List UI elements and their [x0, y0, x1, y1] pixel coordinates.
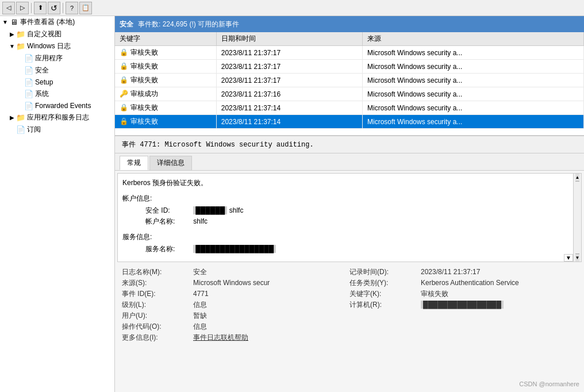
toolbar: ◁ ▷ ⬆ ↺ ? 📋 [0, 0, 584, 16]
sidebar: ▼ 🖥 事件查看器 (本地) ▶ 📁 自定义视图 ▼ 📁 Windows 日志 … [0, 16, 115, 392]
lock-icon: 🔒 [120, 76, 128, 84]
sidebar-label-event-viewer: 事件查看器 (本地) [20, 17, 75, 27]
field-value-account-name: shlfc [193, 217, 208, 225]
account-info-label: 帐户信息: [122, 194, 570, 203]
sidebar-item-app-service[interactable]: ▶ 📁 应用程序和服务日志 [0, 112, 114, 124]
doc-icon: 📄 [24, 66, 33, 75]
help-button[interactable]: ? [66, 2, 78, 14]
meta-label-user: 用户(U): [122, 311, 191, 321]
tab-general[interactable]: 常规 [120, 156, 148, 170]
meta-opcode: 操作代码(O): 信息 [122, 321, 349, 332]
header-event-count: 事件数: 224,695 (!) 可用的新事件 [138, 20, 239, 29]
meta-label-moreinfo: 更多信息(I): [122, 333, 191, 343]
cell-datetime: 2023/8/11 21:37:14 [216, 115, 362, 129]
keyword-text: 审核失败 [130, 62, 158, 70]
toggle-icon[interactable]: ▶ [8, 30, 16, 39]
forward-button[interactable]: ▷ [16, 2, 29, 14]
cell-source: Microsoft Windows security a... [363, 87, 584, 101]
meta-value-keyword: 审核失败 [421, 289, 448, 299]
sidebar-label-subscribe: 订阅 [27, 125, 41, 134]
meta-keyword: 关键字(K): 审核失败 [349, 289, 577, 299]
toggle-icon[interactable]: ▼ [8, 43, 16, 51]
sidebar-item-setup[interactable]: 📄 Setup [0, 76, 114, 88]
events-table-container[interactable]: 关键字 日期和时间 来源 🔒审核失败2023/8/11 21:37:17Micr… [115, 32, 584, 136]
sidebar-item-security[interactable]: 📄 安全 [0, 64, 114, 76]
table-row[interactable]: 🔒审核失败2023/8/11 21:37:17Microsoft Windows… [115, 46, 584, 60]
csdn-badge: CSDN @normanhere [519, 381, 579, 387]
content-scrollbar[interactable]: ▲ ▼ [573, 174, 581, 262]
events-header: 安全 事件数: 224,695 (!) 可用的新事件 [115, 16, 584, 32]
sidebar-label-app-service: 应用程序和服务日志 [27, 113, 89, 122]
folder-icon: 📁 [16, 30, 25, 39]
account-security-id-row: 安全 ID: ██████ shlfc [122, 206, 570, 216]
field-label-account-name: 帐户名称: [145, 217, 191, 226]
lock-icon: 🔒 [120, 103, 128, 112]
service-info-label: 服务信息: [122, 232, 570, 242]
keyword-text: 审核成功 [130, 90, 158, 98]
meta-label-keyword: 关键字(K): [349, 289, 418, 299]
toggle-empty [16, 78, 24, 86]
tab-detail[interactable]: 详细信息 [149, 156, 192, 170]
cell-keyword: 🔒审核失败 [115, 74, 216, 87]
table-row[interactable]: 🔒审核失败2023/8/11 21:37:17Microsoft Windows… [115, 74, 584, 87]
cell-keyword: 🔑审核成功 [115, 87, 216, 101]
meta-source: 来源(S): Microsoft Windows secur [122, 278, 349, 289]
sidebar-item-windows-log[interactable]: ▼ 📁 Windows 日志 [0, 40, 114, 52]
table-row[interactable]: 🔒审核失败2023/8/11 21:37:14Microsoft Windows… [115, 101, 584, 115]
header-title: 安全 [120, 20, 133, 29]
back-button[interactable]: ◁ [2, 2, 15, 14]
meta-value-recordtime: 2023/8/11 21:37:17 [421, 268, 480, 276]
service-name-row: 服务名称: ████████████████ [122, 244, 570, 254]
meta-value-task: Kerberos Authentication Service [421, 279, 519, 287]
refresh-button[interactable]: ↺ [48, 2, 60, 14]
toggle-empty [16, 67, 24, 75]
cell-datetime: 2023/8/11 21:37:17 [216, 74, 362, 87]
up-button[interactable]: ⬆ [34, 2, 47, 14]
sidebar-item-app[interactable]: 📄 应用程序 [0, 52, 114, 64]
meta-value-moreinfo[interactable]: 事件日志联机帮助 [193, 333, 248, 343]
action-button[interactable]: 📋 [79, 2, 92, 14]
meta-task: 任务类别(Y): Kerberos Authentication Service [349, 278, 577, 289]
meta-label-level: 级别(L): [122, 300, 191, 310]
sidebar-item-custom-views[interactable]: ▶ 📁 自定义视图 [0, 28, 114, 40]
table-row[interactable]: 🔑审核成功2023/8/11 21:37:16Microsoft Windows… [115, 87, 584, 101]
meta-label-source: 来源(S): [122, 278, 191, 288]
folder-icon: 📁 [16, 42, 25, 51]
meta-level: 级别(L): 信息 [122, 299, 349, 310]
table-row[interactable]: 🔒审核失败2023/8/11 21:37:14Microsoft Windows… [115, 115, 584, 129]
expand-dropdown[interactable]: ▼ [564, 254, 573, 262]
cell-datetime: 2023/8/11 21:37:14 [216, 101, 362, 115]
field-value-security-id: ██████ [193, 206, 227, 214]
field-label-security-id: 安全 ID: [145, 206, 191, 216]
meta-value-opcode: 信息 [193, 322, 207, 332]
event-content-box: Kerberos 预身份验证失败。 帐户信息: 安全 ID: ██████ sh… [117, 173, 582, 262]
toggle-empty [16, 55, 24, 63]
meta-left: 日志名称(M): 安全 来源(S): Microsoft Windows sec… [122, 267, 349, 343]
table-row[interactable]: 🔒审核失败2023/8/11 21:37:17Microsoft Windows… [115, 60, 584, 74]
cell-keyword: 🔒审核失败 [115, 101, 216, 115]
event-detail-title: 事件 4771: Microsoft Windows security audi… [115, 136, 584, 153]
sidebar-item-system[interactable]: 📄 系统 [0, 88, 114, 100]
col-datetime[interactable]: 日期和时间 [216, 32, 362, 46]
sidebar-item-forwarded[interactable]: 📄 Forwarded Events [0, 100, 114, 112]
event-detail: 事件 4771: Microsoft Windows security audi… [115, 136, 584, 392]
meta-right: 记录时间(D): 2023/8/11 21:37:17 任务类别(Y): Ker… [349, 267, 577, 343]
meta-value-eventid: 4771 [193, 290, 209, 298]
doc-icon: 📄 [24, 78, 33, 87]
sidebar-item-subscribe[interactable]: 📄 订阅 [0, 124, 114, 136]
toggle-icon[interactable]: ▶ [8, 114, 16, 122]
sidebar-item-event-viewer[interactable]: ▼ 🖥 事件查看器 (本地) [0, 16, 114, 28]
event-description: Kerberos 预身份验证失败。 [122, 178, 570, 188]
cell-keyword: 🔒审核失败 [115, 60, 216, 74]
keyword-text: 审核失败 [130, 48, 158, 56]
cell-keyword: 🔒审核失败 [115, 115, 216, 129]
scroll-up-arrow[interactable]: ▲ [575, 174, 580, 182]
cell-source: Microsoft Windows security a... [363, 115, 584, 129]
col-keyword[interactable]: 关键字 [115, 32, 216, 46]
meta-label-computer: 计算机(R): [349, 300, 418, 310]
keyword-text: 审核失败 [130, 76, 158, 84]
toggle-icon[interactable]: ▼ [1, 18, 9, 26]
col-source[interactable]: 来源 [363, 32, 584, 46]
scroll-down-arrow[interactable]: ▼ [575, 253, 580, 262]
keyword-text: 审核失败 [130, 117, 158, 125]
